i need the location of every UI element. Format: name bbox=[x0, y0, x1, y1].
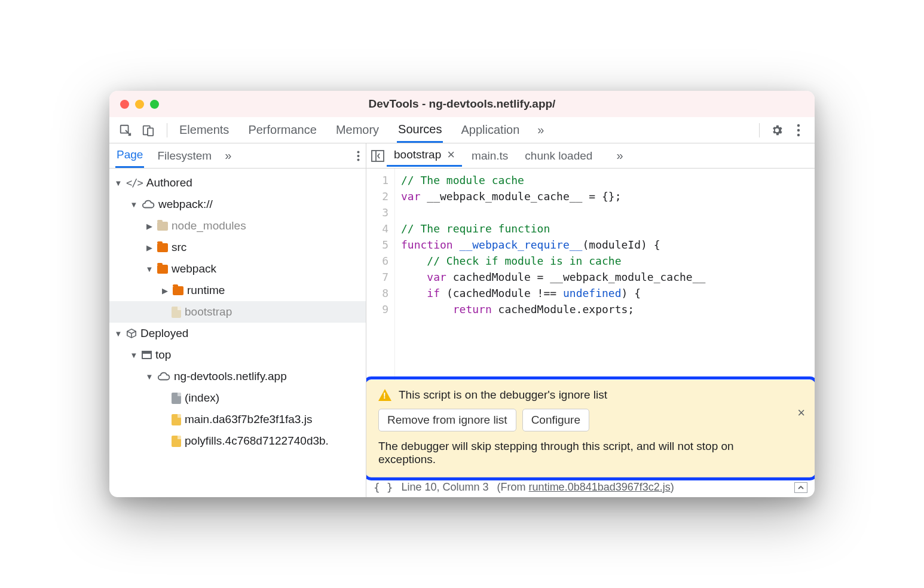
tree-item-mainjs[interactable]: main.da63f7b2fe3f1fa3.js bbox=[109, 409, 366, 430]
tree-item-webpack-folder[interactable]: ▼ webpack bbox=[109, 258, 366, 280]
gear-icon[interactable] bbox=[769, 122, 785, 138]
main-toolbar: Elements Performance Memory Sources Appl… bbox=[109, 117, 815, 143]
tree-label: Deployed bbox=[140, 327, 188, 340]
tree-group-authored[interactable]: ▼</> Authored bbox=[109, 172, 366, 194]
kebab-menu-icon[interactable] bbox=[791, 122, 806, 138]
more-tabs-icon[interactable]: » bbox=[537, 123, 544, 137]
tree-item-index[interactable]: (index) bbox=[109, 387, 366, 409]
cube-icon bbox=[126, 328, 137, 339]
more-file-tabs-icon[interactable]: » bbox=[616, 149, 623, 163]
navigator-sidebar: Page Filesystem » ▼</> Authored ▼ webpac… bbox=[109, 143, 366, 497]
file-tab-label: main.ts bbox=[472, 149, 508, 163]
tree-label: Authored bbox=[146, 176, 192, 189]
navigator-tab-page[interactable]: Page bbox=[115, 143, 144, 168]
tree-label: src bbox=[172, 241, 186, 254]
tree-item-node-modules[interactable]: ▶ node_modules bbox=[109, 215, 366, 237]
navigator-kebab-icon[interactable] bbox=[357, 151, 360, 161]
svg-point-4 bbox=[797, 128, 800, 131]
tab-elements[interactable]: Elements bbox=[178, 118, 230, 142]
titlebar: DevTools - ng-devtools.netlify.app/ bbox=[109, 91, 815, 117]
file-tab-label: bootstrap bbox=[394, 148, 441, 161]
panel-tabs: Elements Performance Memory Sources Appl… bbox=[178, 118, 748, 143]
file-icon bbox=[172, 436, 181, 447]
editor-statusbar: { } Line 10, Column 3 (From runtime.0b84… bbox=[366, 477, 815, 497]
tree-label: runtime bbox=[187, 284, 225, 297]
folder-icon bbox=[157, 222, 168, 231]
folder-icon bbox=[157, 265, 168, 274]
cloud-icon bbox=[142, 200, 155, 209]
svg-point-8 bbox=[357, 158, 360, 161]
tree-label: main.da63f7b2fe3f1fa3.js bbox=[185, 413, 312, 426]
toolbar-divider bbox=[759, 123, 760, 137]
window-title: DevTools - ng-devtools.netlify.app/ bbox=[109, 97, 815, 111]
banner-description: The debugger will skip stepping through … bbox=[378, 440, 788, 466]
toggle-navigator-icon[interactable] bbox=[371, 150, 384, 162]
tab-performance[interactable]: Performance bbox=[247, 118, 318, 142]
close-tab-icon[interactable]: × bbox=[447, 148, 455, 161]
banner-title: This script is on the debugger's ignore … bbox=[399, 388, 607, 402]
tree-item-polyfillsjs[interactable]: polyfills.4c768d7122740d3b. bbox=[109, 430, 366, 452]
ignore-list-banner-wrap: This script is on the debugger's ignore … bbox=[366, 380, 815, 477]
tree-label: top bbox=[155, 348, 171, 362]
folder-icon bbox=[157, 243, 168, 252]
file-tab-bootstrap[interactable]: bootstrap × bbox=[387, 145, 462, 167]
tree-label: bootstrap bbox=[185, 305, 232, 318]
editor-panel: bootstrap × main.ts chunk loaded » 12345… bbox=[366, 143, 815, 497]
warning-icon bbox=[378, 389, 391, 401]
svg-point-7 bbox=[357, 155, 360, 157]
tree-item-runtime[interactable]: ▶ runtime bbox=[109, 280, 366, 301]
tree-item-top[interactable]: ▼ top bbox=[109, 344, 366, 366]
svg-rect-2 bbox=[148, 128, 153, 136]
svg-point-3 bbox=[797, 124, 800, 126]
device-toolbar-icon[interactable] bbox=[140, 122, 156, 138]
cloud-icon bbox=[157, 372, 170, 381]
svg-point-6 bbox=[357, 151, 360, 153]
tab-memory[interactable]: Memory bbox=[335, 118, 380, 142]
close-banner-icon[interactable]: × bbox=[797, 405, 805, 421]
toggle-drawer-icon[interactable] bbox=[794, 482, 807, 493]
code-icon: </> bbox=[126, 177, 143, 189]
from-source: (From runtime.0b841bad3967f3c2.js) bbox=[497, 481, 674, 494]
code-editor[interactable]: 123456789 // The module cachevar __webpa… bbox=[366, 169, 815, 380]
line-gutter: 123456789 bbox=[366, 169, 395, 380]
file-tab-main-ts[interactable]: main.ts bbox=[464, 146, 515, 166]
devtools-window: DevTools - ng-devtools.netlify.app/ Elem… bbox=[109, 91, 815, 497]
navigator-tabs: Page Filesystem » bbox=[109, 143, 366, 169]
configure-button[interactable]: Configure bbox=[522, 409, 589, 431]
file-icon bbox=[172, 393, 181, 404]
remove-from-ignore-list-button[interactable]: Remove from ignore list bbox=[378, 409, 516, 431]
code-content[interactable]: // The module cachevar __webpack_module_… bbox=[395, 169, 815, 380]
cursor-position: Line 10, Column 3 bbox=[402, 481, 489, 494]
svg-point-5 bbox=[797, 133, 800, 136]
tab-application[interactable]: Application bbox=[460, 118, 521, 142]
file-tab-chunk-loaded[interactable]: chunk loaded bbox=[518, 146, 599, 166]
navigator-tab-filesystem[interactable]: Filesystem bbox=[156, 145, 213, 167]
tree-label: ng-devtools.netlify.app bbox=[174, 370, 287, 383]
tree-label: polyfills.4c768d7122740d3b. bbox=[185, 434, 329, 448]
file-tab-label: chunk loaded bbox=[525, 149, 592, 163]
file-tree: ▼</> Authored ▼ webpack:// ▶ node_module… bbox=[109, 169, 366, 497]
tree-item-webpack[interactable]: ▼ webpack:// bbox=[109, 194, 366, 215]
tree-label: node_modules bbox=[172, 219, 246, 232]
tab-sources[interactable]: Sources bbox=[397, 118, 443, 143]
tree-label: webpack:// bbox=[158, 198, 213, 211]
tree-item-src[interactable]: ▶ src bbox=[109, 237, 366, 258]
tree-item-bootstrap[interactable]: bootstrap bbox=[109, 301, 366, 323]
file-icon bbox=[172, 414, 181, 425]
toolbar-divider bbox=[167, 123, 167, 137]
source-map-link[interactable]: runtime.0b841bad3967f3c2.js bbox=[529, 481, 671, 493]
tree-item-domain[interactable]: ▼ ng-devtools.netlify.app bbox=[109, 366, 366, 387]
tree-group-deployed[interactable]: ▼ Deployed bbox=[109, 323, 366, 344]
inspect-element-icon[interactable] bbox=[118, 122, 133, 138]
folder-icon bbox=[173, 286, 183, 295]
file-tabs: bootstrap × main.ts chunk loaded » bbox=[366, 143, 815, 169]
ignore-list-banner: This script is on the debugger's ignore … bbox=[366, 380, 815, 477]
tree-label: webpack bbox=[172, 262, 216, 275]
frame-icon bbox=[142, 351, 152, 359]
tree-label: (index) bbox=[185, 391, 219, 405]
pretty-print-icon[interactable]: { } bbox=[374, 481, 393, 494]
file-icon bbox=[172, 307, 181, 318]
more-navigator-tabs-icon[interactable]: » bbox=[225, 149, 231, 163]
